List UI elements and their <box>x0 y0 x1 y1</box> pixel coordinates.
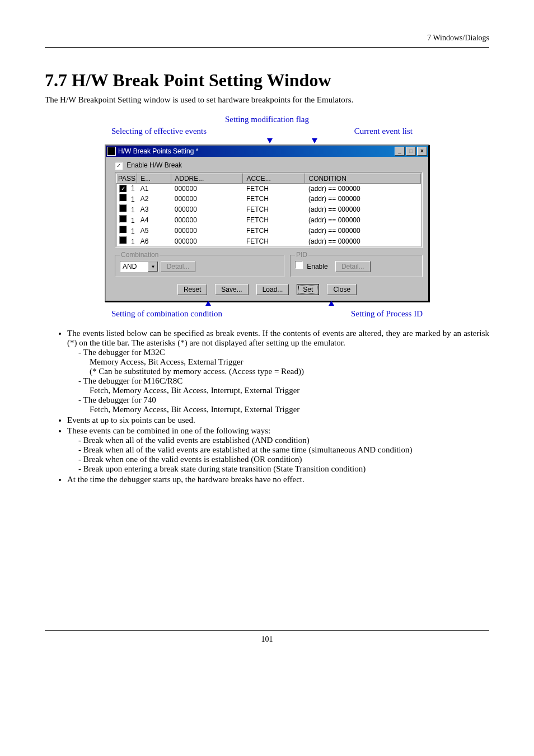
pid-group: PID Enable Detail... <box>290 255 423 277</box>
window-icon <box>107 147 116 156</box>
header-rule <box>45 47 489 48</box>
pid-enable-checkbox[interactable] <box>295 261 303 269</box>
bullet-1c: - The debugger for 740 <box>67 395 489 405</box>
hw-break-window: H/W Break Points Setting * _ □ × ✓ Enabl… <box>105 144 429 302</box>
bullet-3d: - Break upon entering a break state duri… <box>67 464 489 474</box>
table-row[interactable]: 1 A4 000000 FETCH (addr) == 000000 <box>117 214 421 225</box>
minimize-button[interactable]: _ <box>395 147 405 156</box>
page-header: 7 Windows/Dialogs <box>45 34 489 47</box>
close-button[interactable]: Close <box>327 284 357 295</box>
arrow-down-icon <box>312 138 317 143</box>
pid-detail-button: Detail... <box>335 261 371 272</box>
bullet-1b1: Fetch, Memory Access, Bit Access, Interr… <box>67 386 489 395</box>
row-checkbox[interactable] <box>119 226 127 234</box>
annotation-top: Setting modification flag <box>105 115 429 124</box>
bullet-1a: - The debugger for M32C <box>67 348 489 357</box>
footer-rule <box>45 630 489 631</box>
bullet-3c: - Break when one of the valid events is … <box>67 455 489 464</box>
row-checkbox[interactable]: ✓ <box>119 185 127 193</box>
combination-detail-button: Detail... <box>161 261 196 272</box>
load-button[interactable]: Load... <box>256 284 289 295</box>
bullet-1c1: Fetch, Memory Access, Bit Access, Interr… <box>67 405 489 414</box>
window-title: H/W Break Points Setting * <box>118 147 198 155</box>
enable-hwbreak-checkbox[interactable]: ✓ <box>115 162 123 170</box>
title-bar[interactable]: H/W Break Points Setting * _ □ × <box>106 146 428 157</box>
arrow-up-icon <box>205 301 211 306</box>
row-checkbox[interactable] <box>119 204 127 212</box>
combination-select[interactable]: AND ▼ <box>120 261 158 272</box>
bullet-1b: - The debugger for M16C/R8C <box>67 376 489 386</box>
event-list-group: PASS E... ADDRE... ACCE... CONDITION ✓ 1… <box>115 172 423 248</box>
figure: Setting modification flag Selecting of e… <box>105 115 429 319</box>
col-addr[interactable]: ADDRE... <box>171 174 243 184</box>
row-checkbox[interactable] <box>119 194 127 202</box>
pid-enable-label: Enable <box>307 263 327 270</box>
col-e[interactable]: E... <box>137 174 171 184</box>
col-cond[interactable]: CONDITION <box>305 174 421 184</box>
table-row[interactable]: 1 A3 000000 FETCH (addr) == 000000 <box>117 204 421 214</box>
annotation-right: Current event list <box>354 127 413 136</box>
annotation-bottom-left: Setting of combination condition <box>111 309 222 319</box>
save-button[interactable]: Save... <box>215 284 248 295</box>
bullet-2: Events at up to six points can be used. <box>67 416 489 425</box>
event-table[interactable]: PASS E... ADDRE... ACCE... CONDITION ✓ 1… <box>116 174 421 246</box>
section-title: 7.7 H/W Break Point Setting Window <box>45 70 489 91</box>
bullet-4: At the time the debugger starts up, the … <box>67 475 489 484</box>
table-row[interactable]: ✓ 1 A1 000000 FETCH (addr) == 000000 <box>117 184 421 194</box>
maximize-button: □ <box>406 147 416 156</box>
bullet-3: These events can be combined in one of t… <box>67 426 489 436</box>
pid-title: PID <box>295 251 308 259</box>
bullet-1a1: Memory Access, Bit Access, External Trig… <box>67 357 489 367</box>
col-acc[interactable]: ACCE... <box>243 174 305 184</box>
page-number: 101 <box>45 635 489 644</box>
arrow-up-icon <box>329 301 334 306</box>
table-row[interactable]: 1 A6 000000 FETCH (addr) == 000000 <box>117 236 421 246</box>
bullet-3a: - Break when all of the valid events are… <box>67 436 489 445</box>
chevron-down-icon: ▼ <box>148 262 158 272</box>
table-row[interactable]: 1 A5 000000 FETCH (addr) == 000000 <box>117 225 421 236</box>
enable-hwbreak-label: Enable H/W Break <box>127 161 182 169</box>
close-window-button[interactable]: × <box>417 147 427 156</box>
set-button[interactable]: Set <box>297 284 319 295</box>
bullet-1: The events listed below can be specified… <box>67 329 489 348</box>
table-row[interactable]: 1 A2 000000 FETCH (addr) == 000000 <box>117 193 421 204</box>
arrow-down-icon <box>267 138 273 143</box>
annotation-bottom-right: Setting of Process ID <box>351 309 423 319</box>
lead-text: The H/W Breakpoint Setting window is use… <box>45 95 489 105</box>
reset-button[interactable]: Reset <box>177 284 207 295</box>
col-pass[interactable]: PASS <box>117 174 137 184</box>
bullet-1a2: (* Can be substituted by memory access. … <box>67 367 489 376</box>
row-checkbox[interactable] <box>119 215 127 223</box>
annotation-left: Selecting of effective events <box>111 127 207 136</box>
combination-title: Combination <box>120 251 160 259</box>
row-checkbox[interactable] <box>119 236 127 244</box>
combination-group: Combination AND ▼ Detail... <box>115 255 284 277</box>
bullet-3b: - Break when all of the valid events are… <box>67 445 489 455</box>
